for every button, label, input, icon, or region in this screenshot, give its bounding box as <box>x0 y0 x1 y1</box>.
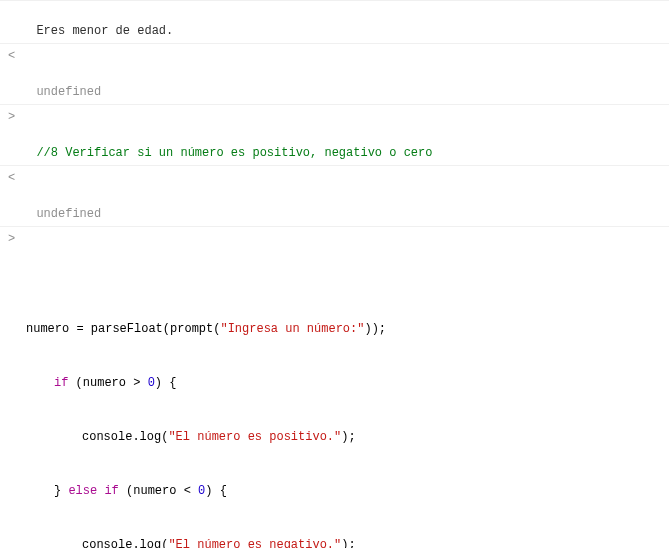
output-marker-icon: < <box>8 169 15 187</box>
code-text: console.log( <box>82 430 168 444</box>
console-output-line: Eres menor de edad. <box>0 0 669 43</box>
code-line: numero = parseFloat(prompt("Ingresa un n… <box>26 320 665 338</box>
string-literal: "El número es negativo." <box>168 538 341 548</box>
keyword: if <box>54 376 68 390</box>
console-return-line: < undefined <box>0 43 669 104</box>
comment-text: //8 Verificar si un número es positivo, … <box>36 146 432 160</box>
console-input-line[interactable]: > numero = parseFloat(prompt("Ingresa un… <box>0 226 669 548</box>
code-text: numero = parseFloat(prompt( <box>26 322 220 336</box>
code-line: console.log("El número es negativo."); <box>26 536 665 548</box>
code-text: (numero < <box>119 484 198 498</box>
code-text: ); <box>341 430 355 444</box>
code-text: ) { <box>205 484 227 498</box>
undefined-value: undefined <box>36 85 101 99</box>
keyword: else <box>68 484 97 498</box>
code-line: } else if (numero < 0) { <box>26 482 665 500</box>
code-text: } <box>54 484 68 498</box>
input-marker-icon: > <box>8 230 15 248</box>
code-line: console.log("El número es positivo."); <box>26 428 665 446</box>
output-marker-icon: < <box>8 47 15 65</box>
string-literal: "El número es positivo." <box>168 430 341 444</box>
keyword: if <box>97 484 119 498</box>
code-text: )); <box>364 322 386 336</box>
code-text: (numero > <box>68 376 147 390</box>
code-text: console.log( <box>82 538 168 548</box>
code-text: ) { <box>155 376 177 390</box>
number-literal: 0 <box>148 376 155 390</box>
undefined-value: undefined <box>36 207 101 221</box>
output-text: Eres menor de edad. <box>36 24 173 38</box>
code-line: if (numero > 0) { <box>26 374 665 392</box>
string-literal: "Ingresa un número:" <box>220 322 364 336</box>
code-text: ); <box>341 538 355 548</box>
console-return-line: < undefined <box>0 165 669 226</box>
console-input-line[interactable]: > //8 Verificar si un número es positivo… <box>0 104 669 165</box>
input-marker-icon: > <box>8 108 15 126</box>
code-block: numero = parseFloat(prompt("Ingresa un n… <box>22 284 665 548</box>
